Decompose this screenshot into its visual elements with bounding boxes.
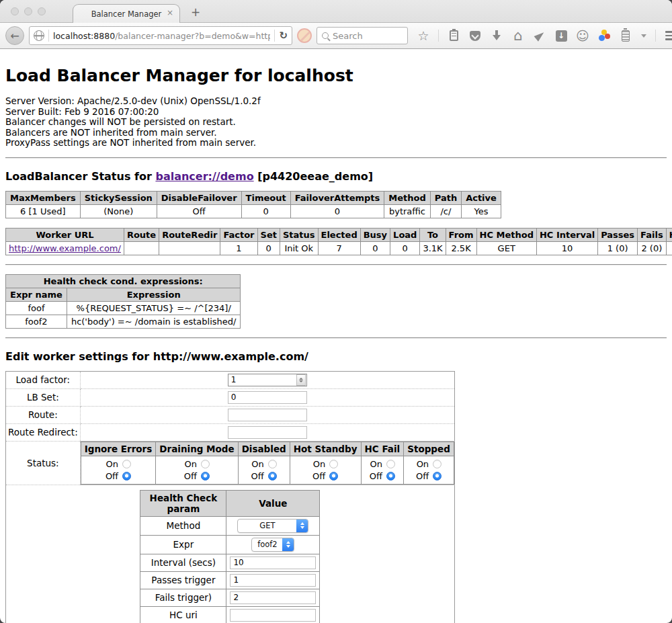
hot-standby-on-radio[interactable] xyxy=(329,460,338,468)
smiley-extension-icon[interactable]: ☺ xyxy=(576,29,589,42)
on-label: On xyxy=(251,459,263,469)
url-bar[interactable]: localhost:8880/balancer-manager?b=demo&w… xyxy=(29,26,292,45)
page-content: Load Balancer Manager for localhost Serv… xyxy=(0,66,672,623)
table-row: Expr foof2 xyxy=(140,535,320,554)
col-route: Route xyxy=(124,228,159,241)
disabled-on-radio[interactable] xyxy=(268,460,277,468)
param-label: Expr xyxy=(140,535,226,554)
hc-uri-input[interactable] xyxy=(230,609,316,622)
cell-to: 3.1K xyxy=(420,241,446,255)
back-button[interactable]: ← xyxy=(5,26,24,45)
window-controls xyxy=(11,7,46,15)
colors-extension-icon[interactable] xyxy=(597,29,611,42)
cell-method: bytraffic xyxy=(384,204,430,218)
number-stepper-icon[interactable] xyxy=(296,374,306,386)
pocket-icon[interactable] xyxy=(468,29,482,42)
col-busy: Busy xyxy=(360,228,390,241)
expr-select[interactable]: foof2 xyxy=(251,538,294,552)
col-ignore-errors: Ignore Errors xyxy=(81,442,156,456)
divider xyxy=(438,30,439,42)
load-factor-input[interactable] xyxy=(228,375,296,384)
battery-extension-icon[interactable] xyxy=(619,29,632,42)
hc-fail-off-radio[interactable] xyxy=(386,472,395,481)
table-row: Method GET xyxy=(140,516,320,535)
form-row-route: Route: xyxy=(6,406,455,423)
cell-busy: 0 xyxy=(360,241,390,255)
url-domain: localhost:8880 xyxy=(53,31,115,41)
col-hc-uri: HC uri xyxy=(666,228,672,241)
table-row: http://www.example.com/ 1 0 Init Ok 7 0 … xyxy=(6,241,672,255)
field-label: Route Redirect: xyxy=(6,423,81,441)
table-header-row: Expr name Expression xyxy=(6,288,241,301)
col-worker-url: Worker URL xyxy=(6,228,124,241)
stopped-on-radio[interactable] xyxy=(433,460,442,468)
balancer-demo-link[interactable]: balancer://demo xyxy=(155,170,253,183)
search-input[interactable]: Search xyxy=(317,27,408,44)
divider-rule xyxy=(5,157,667,159)
hc-fail-on-radio[interactable] xyxy=(386,460,395,468)
lb-set-input[interactable] xyxy=(228,391,307,404)
stopped-off-radio[interactable] xyxy=(433,472,442,481)
status-radio-row: OnOff OnOff OnOff OnOff OnOff OnOff xyxy=(81,456,454,484)
fails-trigger-input[interactable] xyxy=(230,591,316,604)
field-label: Route: xyxy=(6,406,81,423)
draining-mode-off-radio[interactable] xyxy=(201,472,210,481)
content-blocker-icon[interactable] xyxy=(297,28,312,43)
on-label: On xyxy=(106,459,118,469)
col-set: Set xyxy=(257,228,280,241)
globe-icon xyxy=(34,30,44,41)
cell-active: Yes xyxy=(462,204,501,218)
off-label: Off xyxy=(106,471,118,481)
proxypass-notice-line: ProxyPass settings are NOT inherited fro… xyxy=(5,138,667,149)
tab-balancer-manager[interactable]: Balancer Manager × xyxy=(73,4,180,23)
home-icon[interactable]: ⌂ xyxy=(511,29,525,42)
url-text[interactable]: localhost:8880/balancer-manager?b=demo&w… xyxy=(53,31,270,41)
bookmark-star-icon[interactable]: ☆ xyxy=(417,29,430,42)
col-timeout: Timeout xyxy=(241,191,290,204)
interval-input[interactable] xyxy=(230,556,316,569)
extension-download-icon[interactable]: ↓ xyxy=(554,29,568,42)
new-tab-button[interactable]: + xyxy=(191,5,200,19)
ignore-errors-on-radio[interactable] xyxy=(122,460,131,468)
send-icon[interactable] xyxy=(533,29,546,42)
minimize-window-button[interactable] xyxy=(24,7,32,15)
zoom-window-button[interactable] xyxy=(38,7,46,15)
method-select[interactable]: GET xyxy=(237,519,308,533)
downloads-icon[interactable] xyxy=(490,29,503,42)
cell-status: Init Ok xyxy=(280,241,318,255)
tab-close-icon[interactable]: × xyxy=(167,8,173,17)
table-row: 6 [1 Used] (None) Off 0 0 bytraffic /c/ … xyxy=(6,204,501,218)
divider xyxy=(48,30,49,42)
selected-value: foof2 xyxy=(252,538,282,551)
passes-trigger-input[interactable] xyxy=(230,574,316,587)
hc-expressions-table: Health check cond. expressions: Expr nam… xyxy=(5,274,241,329)
col-to: To xyxy=(420,228,446,241)
form-row-hc-params: Health Check param Value Method GET Expr… xyxy=(6,485,455,623)
dropdown-caret-icon[interactable] xyxy=(640,29,647,42)
hot-standby-off-radio[interactable] xyxy=(329,472,338,481)
draining-mode-on-radio[interactable] xyxy=(201,460,210,468)
off-label: Off xyxy=(416,471,429,481)
tab-bar: Balancer Manager × + xyxy=(0,0,672,23)
menu-icon[interactable] xyxy=(664,29,672,42)
col-hot-standby: Hot Standby xyxy=(290,442,361,456)
status-grid: Ignore Errors Draining Mode Disabled Hot… xyxy=(81,442,454,485)
worker-url-link[interactable]: http://www.example.com/ xyxy=(9,243,121,253)
off-label: Off xyxy=(312,471,325,481)
toolbar-icons: ☆ ⌂ ↓ ☺ xyxy=(417,29,672,42)
disabled-off-radio[interactable] xyxy=(268,472,277,481)
navigation-toolbar: ← localhost:8880/balancer-manager?b=demo… xyxy=(0,23,672,49)
reload-icon[interactable]: ↻ xyxy=(279,30,288,42)
route-input[interactable] xyxy=(228,409,307,421)
cell-load: 0 xyxy=(390,241,420,255)
cell-failoverattempts: 0 xyxy=(290,204,384,218)
ignore-errors-off-radio[interactable] xyxy=(122,472,131,481)
route-redirect-input[interactable] xyxy=(228,426,307,439)
col-stopped: Stopped xyxy=(404,442,454,456)
persist-notice-line: Balancer changes will NOT be persisted o… xyxy=(5,117,667,128)
close-window-button[interactable] xyxy=(11,7,19,15)
load-factor-field[interactable] xyxy=(228,374,307,386)
reading-list-icon[interactable] xyxy=(447,29,460,42)
col-maxmembers: MaxMembers xyxy=(6,191,81,204)
expr-value: %{REQUEST_STATUS} =~ /^[234]/ xyxy=(67,301,241,315)
